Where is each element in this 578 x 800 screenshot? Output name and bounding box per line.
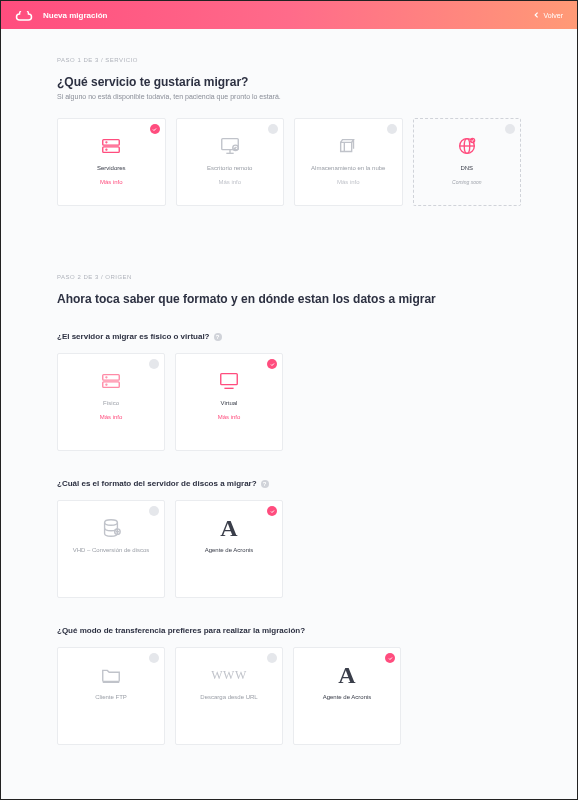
card-title: VHD – Conversión de discos [73, 547, 150, 553]
disk-format-cards: VHD – Conversión de discos A Agente de A… [57, 500, 521, 598]
card-escritorio[interactable]: Escritorio remoto Más info [176, 118, 285, 206]
svg-point-18 [105, 520, 118, 526]
breadcrumb: PASO 2 DE 3 / ORIGEN [57, 274, 521, 280]
app-frame: Nueva migración Volver PASO 1 DE 3 / SER… [0, 0, 578, 800]
help-icon[interactable]: ? [214, 333, 222, 341]
card-title: Descarga desde URL [200, 694, 257, 700]
breadcrumb: PASO 1 DE 3 / SERVICIO [57, 57, 521, 63]
more-info-link[interactable]: Más info [218, 179, 241, 185]
service-cards: Servidores Más info Escritorio remoto Má… [57, 118, 521, 206]
card-title: Servidores [97, 165, 126, 171]
svg-point-3 [106, 149, 107, 150]
more-info-link[interactable]: Más info [337, 179, 360, 185]
svg-rect-13 [103, 382, 120, 388]
www-icon: WWW [211, 662, 246, 688]
svg-rect-0 [103, 140, 120, 146]
card-subtitle: Coming soon [452, 179, 481, 185]
folder-icon [100, 662, 122, 688]
card-servidores[interactable]: Servidores Más info [57, 118, 166, 206]
card-url-download[interactable]: WWW Descarga desde URL [175, 647, 283, 745]
desktop-icon [219, 133, 241, 159]
card-title: DNS [460, 165, 473, 171]
more-info-link[interactable]: Más info [100, 179, 123, 185]
unselected-badge [505, 124, 515, 134]
section-title: Ahora toca saber que formato y en dónde … [57, 292, 521, 306]
server-icon [100, 133, 122, 159]
card-almacenamiento[interactable]: Almacenamiento en la nube Más info [294, 118, 403, 206]
svg-rect-1 [103, 147, 120, 153]
svg-point-15 [106, 384, 107, 385]
card-ftp[interactable]: Cliente FTP [57, 647, 165, 745]
globe-icon [456, 133, 478, 159]
card-title: Agente de Acronis [205, 547, 254, 553]
more-info-link[interactable]: Más info [218, 414, 241, 420]
card-title: Escritorio remoto [207, 165, 252, 171]
svg-rect-16 [221, 374, 238, 385]
unselected-badge [149, 506, 159, 516]
server-icon [100, 368, 122, 394]
card-dns: DNS Coming soon [413, 118, 522, 206]
header-title: Nueva migración [43, 11, 534, 20]
selected-badge [385, 653, 395, 663]
card-title: Virtual [221, 400, 238, 406]
physical-virtual-cards: Físico Más info Virtual Más info [57, 353, 521, 451]
unselected-badge [149, 359, 159, 369]
selected-badge [267, 506, 277, 516]
svg-point-14 [106, 377, 107, 378]
acronis-icon: A [220, 515, 237, 541]
question-disk-format: ¿Cuál es el formato del servidor de disc… [57, 479, 521, 488]
back-button[interactable]: Volver [534, 12, 563, 19]
card-title: Agente de Acronis [323, 694, 372, 700]
database-icon [100, 515, 122, 541]
transfer-mode-cards: Cliente FTP WWW Descarga desde URL A Age… [57, 647, 521, 745]
content-area: PASO 1 DE 3 / SERVICIO ¿Qué servicio te … [1, 29, 577, 799]
help-icon[interactable]: ? [261, 480, 269, 488]
section-title: ¿Qué servicio te gustaría migrar? [57, 75, 521, 89]
unselected-badge [267, 653, 277, 663]
header-bar: Nueva migración Volver [1, 1, 577, 29]
unselected-badge [268, 124, 278, 134]
card-title: Cliente FTP [95, 694, 127, 700]
cloud-storage-icon [337, 133, 359, 159]
card-acronis-agent[interactable]: A Agente de Acronis [175, 500, 283, 598]
unselected-badge [387, 124, 397, 134]
selected-badge [150, 124, 160, 134]
section-subtitle: Si alguno no está disponible todavía, te… [57, 93, 521, 100]
monitor-icon [218, 368, 240, 394]
question-transfer-mode: ¿Qué modo de transferencia prefieres par… [57, 626, 521, 635]
selected-badge [267, 359, 277, 369]
card-virtual[interactable]: Virtual Más info [175, 353, 283, 451]
more-info-link[interactable]: Más info [100, 414, 123, 420]
acronis-icon: A [338, 662, 355, 688]
card-acronis-transfer[interactable]: A Agente de Acronis [293, 647, 401, 745]
logo-icon [15, 9, 33, 21]
unselected-badge [149, 653, 159, 663]
question-physical-virtual: ¿El servidor a migrar es físico o virtua… [57, 332, 521, 341]
card-title: Físico [103, 400, 119, 406]
card-title: Almacenamiento en la nube [311, 165, 385, 171]
svg-rect-12 [103, 375, 120, 381]
back-label: Volver [544, 12, 563, 19]
svg-point-2 [106, 142, 107, 143]
card-fisico[interactable]: Físico Más info [57, 353, 165, 451]
arrow-left-icon [534, 12, 540, 18]
card-vhd[interactable]: VHD – Conversión de discos [57, 500, 165, 598]
